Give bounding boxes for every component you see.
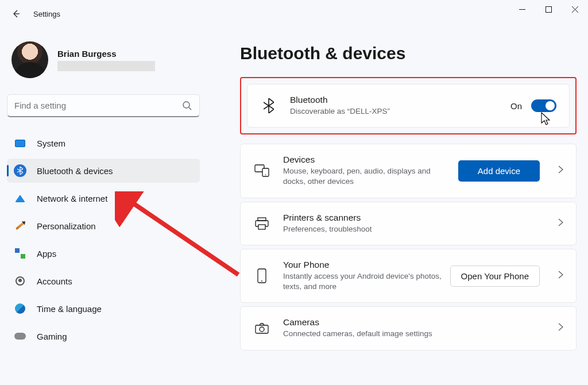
add-device-button[interactable]: Add device <box>458 160 540 182</box>
bluetooth-card-subtitle: Discoverable as “DELL-XPS” <box>290 106 451 117</box>
brush-icon <box>14 220 26 232</box>
printers-card[interactable]: Printers & scanners Preferences, trouble… <box>240 202 577 245</box>
phone-card-title: Your Phone <box>283 260 450 270</box>
devices-card-title: Devices <box>283 155 458 165</box>
maximize-icon <box>546 6 552 13</box>
sidebar-item-bluetooth[interactable]: Bluetooth & devices <box>7 159 200 183</box>
sidebar-item-gaming[interactable]: Gaming <box>7 324 200 348</box>
profile-block[interactable]: Brian Burgess <box>7 41 200 78</box>
svg-rect-0 <box>546 6 551 12</box>
sidebar-item-system[interactable]: System <box>7 131 200 155</box>
your-phone-card[interactable]: Your Phone Instantly access your Android… <box>240 249 577 303</box>
main-content: Bluetooth & devices Bluetooth Discoverab… <box>207 28 588 385</box>
minimize-icon <box>519 6 525 13</box>
bluetooth-icon <box>14 164 26 177</box>
avatar <box>11 41 48 78</box>
apps-icon <box>14 247 26 260</box>
sidebar-item-apps[interactable]: Apps <box>7 241 200 265</box>
printers-card-title: Printers & scanners <box>283 213 549 223</box>
annotation-highlight: Bluetooth Discoverable as “DELL-XPS” On <box>240 77 577 134</box>
sidebar-item-label: System <box>37 138 65 148</box>
search-icon <box>182 101 192 111</box>
system-icon <box>14 137 26 149</box>
svg-rect-10 <box>256 325 268 333</box>
sidebar-item-label: Time & language <box>37 304 102 314</box>
sidebar-item-network[interactable]: Network & internet <box>7 186 200 210</box>
sidebar-item-personalization[interactable]: Personalization <box>7 214 200 238</box>
close-button[interactable] <box>562 0 588 18</box>
chevron-right-icon <box>558 165 563 176</box>
svg-rect-7 <box>258 225 265 229</box>
globe-clock-icon <box>14 302 26 315</box>
chevron-right-icon <box>558 323 563 333</box>
sidebar-item-label: Apps <box>37 249 56 259</box>
cameras-card[interactable]: Cameras Connected cameras, default image… <box>240 306 577 350</box>
camera-icon <box>253 319 270 337</box>
phone-icon <box>253 267 270 284</box>
profile-email-redacted <box>57 61 155 71</box>
bluetooth-toggle[interactable] <box>531 99 556 112</box>
svg-rect-3 <box>262 168 269 176</box>
svg-point-4 <box>265 175 266 176</box>
arrow-left-icon <box>11 9 21 18</box>
wifi-icon <box>14 192 26 205</box>
bluetooth-card: Bluetooth Discoverable as “DELL-XPS” On <box>247 84 570 128</box>
open-your-phone-button[interactable]: Open Your Phone <box>450 265 540 287</box>
cameras-card-title: Cameras <box>283 317 549 328</box>
accounts-icon <box>14 275 26 287</box>
devices-card[interactable]: Devices Mouse, keyboard, pen, audio, dis… <box>240 144 577 198</box>
chevron-right-icon <box>558 218 563 229</box>
profile-name: Brian Burgess <box>57 49 155 59</box>
svg-point-1 <box>183 102 189 108</box>
phone-card-subtitle: Instantly access your Android device's p… <box>283 271 444 292</box>
sidebar: Brian Burgess System Bluetooth & devices… <box>0 28 207 385</box>
devices-icon <box>253 162 270 179</box>
sidebar-item-label: Network & internet <box>37 194 107 203</box>
svg-point-11 <box>260 327 264 332</box>
svg-point-9 <box>261 280 262 282</box>
sidebar-item-time[interactable]: Time & language <box>7 297 200 321</box>
sidebar-item-accounts[interactable]: Accounts <box>7 269 200 293</box>
bluetooth-card-title: Bluetooth <box>290 95 510 105</box>
devices-card-subtitle: Mouse, keyboard, pen, audio, displays an… <box>283 166 444 187</box>
search-input[interactable] <box>14 101 182 110</box>
close-icon <box>572 6 578 13</box>
back-button[interactable] <box>5 2 28 25</box>
gamepad-icon <box>14 330 26 342</box>
minimize-button[interactable] <box>509 0 535 18</box>
window-title: Settings <box>33 10 60 18</box>
sidebar-item-label: Accounts <box>37 276 72 286</box>
cameras-card-subtitle: Connected cameras, default image setting… <box>283 329 444 339</box>
printer-icon <box>253 215 270 232</box>
titlebar: Settings <box>0 0 588 28</box>
window-controls <box>509 0 588 23</box>
chevron-right-icon <box>558 271 563 281</box>
bluetooth-toggle-label: On <box>510 101 522 111</box>
page-title: Bluetooth & devices <box>240 44 577 63</box>
sidebar-item-label: Gaming <box>37 332 67 341</box>
bluetooth-glyph-icon <box>260 97 277 114</box>
search-box[interactable] <box>7 94 200 117</box>
sidebar-item-label: Bluetooth & devices <box>37 166 113 176</box>
printers-card-subtitle: Preferences, troubleshoot <box>283 224 444 234</box>
sidebar-item-label: Personalization <box>37 221 96 231</box>
maximize-button[interactable] <box>535 0 562 18</box>
svg-rect-5 <box>258 218 266 221</box>
